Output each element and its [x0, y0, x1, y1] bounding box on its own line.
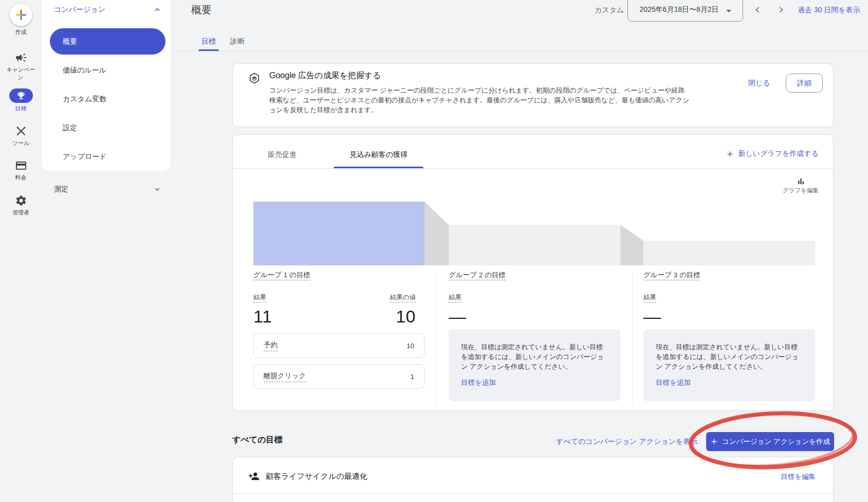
- sidebar-section-label: コンバージョン: [54, 5, 105, 14]
- bar-chart-icon: [797, 177, 805, 186]
- add-goal-link[interactable]: 目標を追加: [461, 378, 496, 387]
- chart-tabs-divider: [233, 168, 833, 169]
- rail-item-billing[interactable]: 料金: [0, 159, 42, 182]
- sidebar-panel: コンバージョン 概要 価値のルール カスタム変数 設定 アップロード: [42, 0, 171, 171]
- info-card: Google 広告の成果を把握する コンバージョン目標は、カスタマー ジャーニー…: [232, 63, 834, 127]
- plus-icon: [710, 438, 718, 445]
- column-divider: [436, 272, 437, 404]
- megaphone-icon: [15, 51, 27, 64]
- create-conversion-action-button[interactable]: コンバージョン アクションを作成: [706, 432, 834, 451]
- row-divider: [233, 493, 833, 494]
- funnel-step-1: [424, 202, 449, 265]
- goal-row-reservation[interactable]: 予約 10: [253, 333, 424, 358]
- sidebar-section-conversions[interactable]: コンバージョン: [54, 3, 161, 16]
- group-2-column: グループ 2 の目標 結果 — 現在、目標は測定されていません。新しい目標を追加…: [449, 271, 620, 401]
- edit-goals-link[interactable]: 目標を編集: [781, 472, 816, 481]
- group-1-results-stat: 結果 11: [253, 292, 272, 327]
- group-2-title: グループ 2 の目標: [449, 271, 620, 281]
- active-tab-indicator: [198, 49, 219, 51]
- gear-icon: [15, 194, 27, 207]
- group-2-empty-state: 現在、目標は測定されていません。新しい目標を追加するには、新しいメインのコンバー…: [449, 329, 620, 401]
- admin-label: 管理者: [0, 209, 42, 217]
- tools-icon: [15, 125, 27, 137]
- tab-goals[interactable]: 目標: [198, 33, 219, 49]
- create-label: 作成: [0, 28, 42, 36]
- edit-graph-button[interactable]: グラフを編集: [781, 177, 821, 194]
- date-prev-button[interactable]: [751, 4, 764, 16]
- info-card-title: Google 広告の成果を把握する: [269, 70, 381, 81]
- tabs-divider: [178, 51, 868, 51]
- sidebar-item-settings[interactable]: 設定: [50, 118, 165, 137]
- google-ads-conversions-overview: 作成 キャンペーン 目標 ツール 料金: [0, 0, 868, 502]
- create-new-graph-link[interactable]: 新しいグラフを作成する: [726, 149, 819, 158]
- billing-card-icon: [15, 159, 27, 172]
- rail-item-campaigns[interactable]: キャンペーン: [0, 51, 42, 81]
- date-range-type-label: カスタム: [595, 6, 624, 15]
- campaigns-label: キャンペーン: [0, 66, 42, 81]
- group-1-title: グループ 1 の目標: [253, 271, 424, 281]
- sidebar-item-value-rules[interactable]: 価値のルール: [50, 61, 165, 79]
- rail-item-admin[interactable]: 管理者: [0, 194, 42, 217]
- page-title: 概要: [191, 3, 212, 17]
- goals-label: 目標: [0, 105, 42, 113]
- group-3-title: グループ 3 の目標: [643, 271, 815, 281]
- group-2-results-stat: 結果 —: [449, 292, 467, 327]
- trophy-icon: [16, 91, 26, 100]
- group-3-empty-state: 現在、目標は測定されていません。新しい目標を追加するには、新しいメインのコンバー…: [643, 329, 815, 401]
- create-button[interactable]: 作成: [0, 4, 42, 36]
- person-add-icon: [248, 471, 260, 482]
- sidebar-item-upload[interactable]: アップロード: [50, 147, 165, 166]
- date-next-button[interactable]: [775, 4, 787, 16]
- dropdown-caret-icon: [726, 10, 731, 12]
- group-2-results-value: —: [449, 307, 467, 327]
- group-1-results-value: 11: [253, 307, 272, 327]
- date-range-value: 2025年6月18日〜8月2日: [639, 5, 718, 14]
- google-plus-icon: [10, 4, 32, 26]
- lifecycle-row-title: 顧客ライフサイクルの最適化: [266, 472, 367, 481]
- chevron-right-icon: [776, 5, 786, 15]
- group-3-column: グループ 3 の目標 結果 — 現在、目標は測定されていません。新しい目標を追加…: [643, 271, 815, 401]
- education-badge-icon: [248, 72, 261, 84]
- customer-lifecycle-card: 顧客ライフサイクルの最適化 目標を編集: [232, 457, 834, 502]
- chevron-up-icon: [153, 6, 161, 14]
- group-1-conv-value-stat: 結果の値 10: [390, 292, 424, 327]
- funnel-segment-group1: [253, 202, 424, 265]
- goal-row-exit-clicks[interactable]: 離脱クリック 1: [253, 364, 424, 389]
- funnel-segment-group2: [449, 225, 620, 265]
- column-divider: [632, 272, 633, 404]
- goal-count: 10: [407, 342, 414, 350]
- goals-active-pill: [9, 88, 33, 103]
- group-3-results-value: —: [643, 307, 661, 327]
- chart-tab-sales[interactable]: 販売促進: [255, 142, 309, 167]
- tab-diagnosis[interactable]: 診断: [227, 33, 248, 49]
- tools-label: ツール: [0, 139, 42, 147]
- all-goals-title: すべての目標: [232, 435, 283, 445]
- chevron-down-icon: [153, 185, 161, 193]
- sidebar-item-custom-variables[interactable]: カスタム変数: [50, 89, 165, 108]
- plus-icon: [726, 150, 734, 158]
- show-last-30-days-link[interactable]: 過去 30 日間を表示: [798, 6, 860, 15]
- info-card-body: コンバージョン目標は、カスタマー ジャーニーの段階ごとにグループに分けられます。…: [269, 85, 690, 115]
- group-1-column: グループ 1 の目標 結果 11 結果の値 10 予約 10 離脱クリック 1: [253, 271, 424, 389]
- group-1-conv-value: 10: [390, 307, 416, 327]
- details-button[interactable]: 詳細: [786, 74, 823, 93]
- chart-tab-leads[interactable]: 見込み顧客の獲得: [334, 142, 423, 167]
- close-button[interactable]: 閉じる: [744, 77, 774, 90]
- funnel-segment-group3: [643, 241, 815, 265]
- group-3-results-stat: 結果 —: [643, 292, 661, 327]
- left-rail: 作成 キャンペーン 目標 ツール 料金: [0, 0, 42, 502]
- sidebar-item-overview[interactable]: 概要: [50, 28, 165, 55]
- view-all-conversion-actions-link[interactable]: すべてのコンバージョン アクションを表示: [556, 437, 697, 446]
- goals-chart-card: 販売促進 見込み顧客の獲得 新しいグラフを作成する グラフを編集: [232, 134, 834, 411]
- goal-count: 1: [410, 373, 414, 381]
- billing-label: 料金: [0, 174, 42, 182]
- chevron-left-icon: [752, 5, 763, 15]
- sidebar-section-measurement[interactable]: 測定: [42, 179, 171, 200]
- add-goal-link[interactable]: 目標を追加: [656, 378, 691, 387]
- rail-item-goals[interactable]: 目標: [0, 88, 42, 113]
- funnel-chart: [253, 202, 815, 265]
- funnel-step-2: [620, 225, 643, 265]
- rail-item-tools[interactable]: ツール: [0, 125, 42, 147]
- date-range-picker[interactable]: 2025年6月18日〜8月2日: [627, 0, 743, 22]
